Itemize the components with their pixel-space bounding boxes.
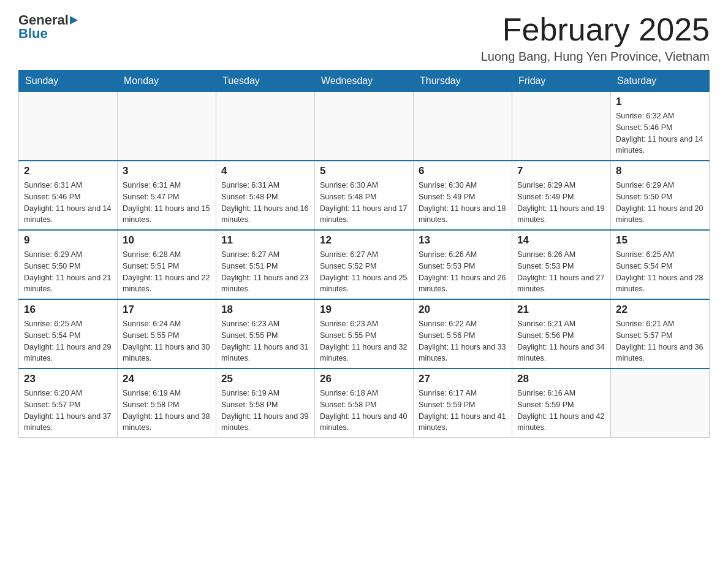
day-info: Sunrise: 6:25 AMSunset: 5:54 PMDaylight:…: [24, 318, 112, 364]
calendar-header-row: SundayMondayTuesdayWednesdayThursdayFrid…: [19, 71, 710, 92]
calendar-day-header: Thursday: [414, 71, 512, 92]
day-number: 5: [320, 165, 408, 177]
calendar-cell: 20Sunrise: 6:22 AMSunset: 5:56 PMDayligh…: [414, 299, 512, 369]
calendar-week-row: 23Sunrise: 6:20 AMSunset: 5:57 PMDayligh…: [19, 369, 710, 438]
day-number: 28: [517, 373, 605, 385]
day-info: Sunrise: 6:25 AMSunset: 5:54 PMDaylight:…: [616, 249, 704, 295]
day-number: 6: [419, 165, 507, 177]
calendar-cell: 6Sunrise: 6:30 AMSunset: 5:49 PMDaylight…: [414, 161, 512, 230]
day-info: Sunrise: 6:30 AMSunset: 5:48 PMDaylight:…: [320, 180, 408, 226]
day-info: Sunrise: 6:21 AMSunset: 5:56 PMDaylight:…: [517, 318, 605, 364]
calendar-cell: 23Sunrise: 6:20 AMSunset: 5:57 PMDayligh…: [19, 369, 118, 438]
day-info: Sunrise: 6:32 AMSunset: 5:46 PMDaylight:…: [616, 110, 704, 156]
logo-arrow-icon: [70, 16, 78, 25]
calendar-cell: 2Sunrise: 6:31 AMSunset: 5:46 PMDaylight…: [19, 161, 118, 230]
title-section: February 2025 Luong Bang, Hung Yen Provi…: [481, 12, 710, 64]
day-number: 16: [24, 304, 112, 316]
day-number: 15: [616, 234, 704, 247]
calendar-title: February 2025: [481, 12, 710, 47]
page-header: General Blue February 2025 Luong Bang, H…: [18, 12, 710, 64]
day-number: 14: [517, 234, 605, 247]
calendar-cell: 18Sunrise: 6:23 AMSunset: 5:55 PMDayligh…: [216, 299, 315, 369]
calendar-day-header: Friday: [512, 71, 611, 92]
day-number: 26: [320, 373, 408, 385]
calendar-week-row: 16Sunrise: 6:25 AMSunset: 5:54 PMDayligh…: [19, 299, 710, 369]
day-number: 25: [221, 373, 309, 385]
calendar-cell: 25Sunrise: 6:19 AMSunset: 5:58 PMDayligh…: [216, 369, 315, 438]
calendar-cell: 10Sunrise: 6:28 AMSunset: 5:51 PMDayligh…: [118, 230, 216, 299]
calendar-cell: 17Sunrise: 6:24 AMSunset: 5:55 PMDayligh…: [118, 299, 216, 369]
day-number: 2: [24, 165, 112, 177]
calendar-cell: 12Sunrise: 6:27 AMSunset: 5:52 PMDayligh…: [315, 230, 414, 299]
calendar-cell: [118, 92, 216, 161]
day-info: Sunrise: 6:26 AMSunset: 5:53 PMDaylight:…: [517, 249, 605, 295]
day-info: Sunrise: 6:28 AMSunset: 5:51 PMDaylight:…: [123, 249, 211, 295]
calendar-cell: 1Sunrise: 6:32 AMSunset: 5:46 PMDaylight…: [611, 92, 710, 161]
day-info: Sunrise: 6:27 AMSunset: 5:51 PMDaylight:…: [221, 249, 309, 295]
day-number: 11: [221, 234, 309, 247]
day-info: Sunrise: 6:29 AMSunset: 5:50 PMDaylight:…: [616, 180, 704, 226]
day-number: 3: [123, 165, 211, 177]
logo-blue-text: Blue: [18, 26, 48, 41]
day-number: 1: [616, 96, 704, 108]
day-info: Sunrise: 6:21 AMSunset: 5:57 PMDaylight:…: [616, 318, 704, 364]
calendar-week-row: 1Sunrise: 6:32 AMSunset: 5:46 PMDaylight…: [19, 92, 710, 161]
calendar-cell: [216, 92, 315, 161]
calendar-day-header: Monday: [118, 71, 216, 92]
calendar-week-row: 2Sunrise: 6:31 AMSunset: 5:46 PMDaylight…: [19, 161, 710, 230]
logo: General Blue: [18, 12, 79, 42]
calendar-cell: 26Sunrise: 6:18 AMSunset: 5:58 PMDayligh…: [315, 369, 414, 438]
day-info: Sunrise: 6:30 AMSunset: 5:49 PMDaylight:…: [419, 180, 507, 226]
day-info: Sunrise: 6:17 AMSunset: 5:59 PMDaylight:…: [419, 388, 507, 434]
day-info: Sunrise: 6:19 AMSunset: 5:58 PMDaylight:…: [221, 388, 309, 434]
calendar-cell: 21Sunrise: 6:21 AMSunset: 5:56 PMDayligh…: [512, 299, 611, 369]
day-number: 18: [221, 304, 309, 316]
calendar-cell: 3Sunrise: 6:31 AMSunset: 5:47 PMDaylight…: [118, 161, 216, 230]
day-number: 19: [320, 304, 408, 316]
day-number: 12: [320, 234, 408, 247]
calendar-cell: 11Sunrise: 6:27 AMSunset: 5:51 PMDayligh…: [216, 230, 315, 299]
day-info: Sunrise: 6:26 AMSunset: 5:53 PMDaylight:…: [419, 249, 507, 295]
calendar-cell: 7Sunrise: 6:29 AMSunset: 5:49 PMDaylight…: [512, 161, 611, 230]
calendar-subtitle: Luong Bang, Hung Yen Province, Vietnam: [481, 50, 710, 64]
calendar-cell: 14Sunrise: 6:26 AMSunset: 5:53 PMDayligh…: [512, 230, 611, 299]
calendar-cell: 28Sunrise: 6:16 AMSunset: 5:59 PMDayligh…: [512, 369, 611, 438]
calendar-cell: [414, 92, 512, 161]
day-number: 9: [24, 234, 112, 247]
day-info: Sunrise: 6:23 AMSunset: 5:55 PMDaylight:…: [221, 318, 309, 364]
day-info: Sunrise: 6:31 AMSunset: 5:47 PMDaylight:…: [123, 180, 211, 226]
day-info: Sunrise: 6:27 AMSunset: 5:52 PMDaylight:…: [320, 249, 408, 295]
day-number: 27: [419, 373, 507, 385]
calendar-cell: [512, 92, 611, 161]
calendar-cell: 9Sunrise: 6:29 AMSunset: 5:50 PMDaylight…: [19, 230, 118, 299]
day-number: 22: [616, 304, 704, 316]
day-info: Sunrise: 6:29 AMSunset: 5:49 PMDaylight:…: [517, 180, 605, 226]
day-number: 23: [24, 373, 112, 385]
calendar-cell: 19Sunrise: 6:23 AMSunset: 5:55 PMDayligh…: [315, 299, 414, 369]
calendar-cell: 15Sunrise: 6:25 AMSunset: 5:54 PMDayligh…: [611, 230, 710, 299]
day-info: Sunrise: 6:24 AMSunset: 5:55 PMDaylight:…: [123, 318, 211, 364]
calendar-cell: 24Sunrise: 6:19 AMSunset: 5:58 PMDayligh…: [118, 369, 216, 438]
calendar-week-row: 9Sunrise: 6:29 AMSunset: 5:50 PMDaylight…: [19, 230, 710, 299]
day-info: Sunrise: 6:23 AMSunset: 5:55 PMDaylight:…: [320, 318, 408, 364]
day-number: 10: [123, 234, 211, 247]
calendar-cell: [611, 369, 710, 438]
calendar-day-header: Tuesday: [216, 71, 315, 92]
day-number: 8: [616, 165, 704, 177]
day-info: Sunrise: 6:18 AMSunset: 5:58 PMDaylight:…: [320, 388, 408, 434]
day-info: Sunrise: 6:16 AMSunset: 5:59 PMDaylight:…: [517, 388, 605, 434]
day-info: Sunrise: 6:29 AMSunset: 5:50 PMDaylight:…: [24, 249, 112, 295]
day-info: Sunrise: 6:20 AMSunset: 5:57 PMDaylight:…: [24, 388, 112, 434]
calendar-cell: 13Sunrise: 6:26 AMSunset: 5:53 PMDayligh…: [414, 230, 512, 299]
day-number: 13: [419, 234, 507, 247]
day-number: 21: [517, 304, 605, 316]
day-number: 4: [221, 165, 309, 177]
calendar-cell: 8Sunrise: 6:29 AMSunset: 5:50 PMDaylight…: [611, 161, 710, 230]
calendar-cell: 27Sunrise: 6:17 AMSunset: 5:59 PMDayligh…: [414, 369, 512, 438]
day-number: 24: [123, 373, 211, 385]
calendar-cell: 4Sunrise: 6:31 AMSunset: 5:48 PMDaylight…: [216, 161, 315, 230]
day-info: Sunrise: 6:22 AMSunset: 5:56 PMDaylight:…: [419, 318, 507, 364]
day-info: Sunrise: 6:19 AMSunset: 5:58 PMDaylight:…: [123, 388, 211, 434]
calendar-cell: [19, 92, 118, 161]
calendar-cell: 16Sunrise: 6:25 AMSunset: 5:54 PMDayligh…: [19, 299, 118, 369]
